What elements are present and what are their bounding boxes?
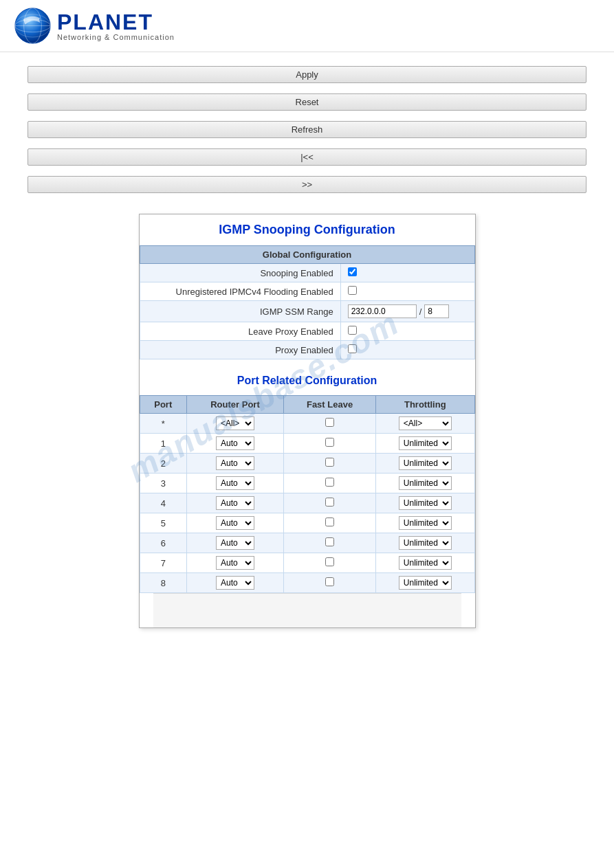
port4-fast-leave[interactable] <box>325 498 334 507</box>
port4-throttling-select[interactable]: Unlimited12510 <box>399 496 452 510</box>
port8-throttling-select[interactable]: Unlimited12510 <box>399 576 452 590</box>
logo-globe-icon <box>14 7 52 45</box>
port2-throttling-select[interactable]: Unlimited12510 <box>399 456 452 470</box>
proxy-enabled-checkbox[interactable] <box>348 344 357 353</box>
fast-leave-cell <box>283 434 375 454</box>
table-row: 1 AutoFixedNone Unlimited12510 <box>140 434 474 454</box>
fast-leave-cell <box>283 474 375 493</box>
fast-leave-cell <box>283 573 375 593</box>
throttling-cell: Unlimited12510 <box>376 513 474 533</box>
port8-router-select[interactable]: AutoFixedNone <box>216 576 254 590</box>
router-port-cell: AutoFixedNone <box>187 454 284 474</box>
ssm-separator: / <box>419 307 422 317</box>
throttling-cell: Unlimited12510 <box>376 474 474 493</box>
fast-leave-cell <box>283 513 375 533</box>
logo-planet-label: PLANET <box>57 11 175 33</box>
throttling-cell: Unlimited12510 <box>376 553 474 573</box>
ssm-range-label: IGMP SSM Range <box>140 301 340 322</box>
fast-leave-cell <box>283 553 375 573</box>
logo-tagline-label: Networking & Communication <box>57 33 175 41</box>
wildcard-throttling-cell: <All> Unlimited 1 2 5 10 <box>376 414 474 434</box>
port-num: 7 <box>140 553 187 573</box>
table-row: 3 AutoFixedNone Unlimited12510 <box>140 474 474 493</box>
port5-throttling-select[interactable]: Unlimited12510 <box>399 516 452 530</box>
port1-fast-leave[interactable] <box>325 438 334 447</box>
router-port-cell: AutoFixedNone <box>187 533 284 553</box>
throttling-cell: Unlimited12510 <box>376 454 474 474</box>
table-row: IGMP SSM Range / <box>140 301 474 322</box>
fast-leave-cell <box>283 493 375 513</box>
leave-proxy-checkbox[interactable] <box>348 326 357 335</box>
port6-throttling-select[interactable]: Unlimited12510 <box>399 536 452 550</box>
port2-router-select[interactable]: AutoFixedNone <box>216 456 254 470</box>
table-row: 5 AutoFixedNone Unlimited12510 <box>140 513 474 533</box>
port6-fast-leave[interactable] <box>325 537 334 546</box>
header: PLANET Networking & Communication <box>0 0 614 52</box>
port3-throttling-select[interactable]: Unlimited12510 <box>399 476 452 490</box>
router-port-cell: AutoFixedNone <box>187 553 284 573</box>
wildcard-router-port-select[interactable]: <All> Auto Fixed None <box>216 416 254 430</box>
ssm-range-cell: / <box>340 301 474 322</box>
main-content: IGMP Snooping Configuration Global Confi… <box>0 207 614 649</box>
port7-fast-leave[interactable] <box>325 557 334 566</box>
port3-router-select[interactable]: AutoFixedNone <box>216 476 254 490</box>
wildcard-fast-leave-checkbox[interactable] <box>325 418 334 427</box>
fast-leave-cell <box>283 454 375 474</box>
table-row: 8 AutoFixedNone Unlimited12510 <box>140 573 474 593</box>
flooding-enabled-checkbox[interactable] <box>348 286 357 295</box>
fast-leave-cell <box>283 533 375 553</box>
prev-button[interactable]: |<< <box>28 148 586 166</box>
snooping-enabled-cell <box>340 264 474 282</box>
wildcard-router-port-cell: <All> Auto Fixed None <box>187 414 284 434</box>
logo-text: PLANET Networking & Communication <box>57 11 175 41</box>
wildcard-port-cell: * <box>140 414 187 434</box>
table-row: Snooping Enabled <box>140 264 474 282</box>
global-config-table: Global Configuration Snooping Enabled Un… <box>140 245 475 359</box>
port3-fast-leave[interactable] <box>325 478 334 487</box>
throttling-cell: Unlimited12510 <box>376 573 474 593</box>
port1-router-select[interactable]: AutoFixedNone <box>216 436 254 450</box>
wildcard-throttling-select[interactable]: <All> Unlimited 1 2 5 10 <box>399 416 452 430</box>
throttling-cell: Unlimited12510 <box>376 493 474 513</box>
router-port-cell: AutoFixedNone <box>187 573 284 593</box>
throttling-cell: Unlimited12510 <box>376 533 474 553</box>
button-panel: Apply Reset Refresh |<< >> <box>0 52 614 207</box>
col-throttling: Throttling <box>376 396 474 414</box>
snooping-enabled-checkbox[interactable] <box>348 267 357 276</box>
table-row: Leave Proxy Enabled <box>140 322 474 341</box>
config-container: IGMP Snooping Configuration Global Confi… <box>139 214 476 628</box>
refresh-button[interactable]: Refresh <box>28 121 586 138</box>
next-button[interactable]: >> <box>28 176 586 193</box>
port5-fast-leave[interactable] <box>325 518 334 526</box>
apply-button[interactable]: Apply <box>28 66 586 83</box>
reset-button[interactable]: Reset <box>28 93 586 111</box>
port-num: 2 <box>140 454 187 474</box>
port7-throttling-select[interactable]: Unlimited12510 <box>399 556 452 570</box>
table-row: Proxy Enabled <box>140 341 474 359</box>
port2-fast-leave[interactable] <box>325 458 334 467</box>
port5-router-select[interactable]: AutoFixedNone <box>216 516 254 530</box>
ssm-mask-input[interactable] <box>424 304 449 318</box>
port-num: 4 <box>140 493 187 513</box>
logo-container: PLANET Networking & Communication <box>14 7 600 45</box>
port-num: 6 <box>140 533 187 553</box>
snooping-enabled-label: Snooping Enabled <box>140 264 340 282</box>
table-row: * <All> Auto Fixed None <box>140 414 474 434</box>
proxy-enabled-label: Proxy Enabled <box>140 341 340 359</box>
port7-router-select[interactable]: AutoFixedNone <box>216 556 254 570</box>
port1-throttling-select[interactable]: Unlimited12510 <box>399 436 452 450</box>
flooding-enabled-label: Unregistered IPMCv4 Flooding Enabled <box>140 282 340 301</box>
flooding-enabled-cell <box>340 282 474 301</box>
col-fast-leave: Fast Leave <box>283 396 375 414</box>
port-num: 1 <box>140 434 187 454</box>
port4-router-select[interactable]: AutoFixedNone <box>216 496 254 510</box>
port6-router-select[interactable]: AutoFixedNone <box>216 536 254 550</box>
router-port-cell: AutoFixedNone <box>187 474 284 493</box>
col-router-port: Router Port <box>187 396 284 414</box>
port-config-title: Port Related Configuration <box>140 366 475 395</box>
wildcard-fast-leave-cell <box>283 414 375 434</box>
port8-fast-leave[interactable] <box>325 577 334 586</box>
bottom-bar <box>153 593 461 627</box>
leave-proxy-label: Leave Proxy Enabled <box>140 322 340 341</box>
ssm-ip-input[interactable] <box>348 304 417 318</box>
